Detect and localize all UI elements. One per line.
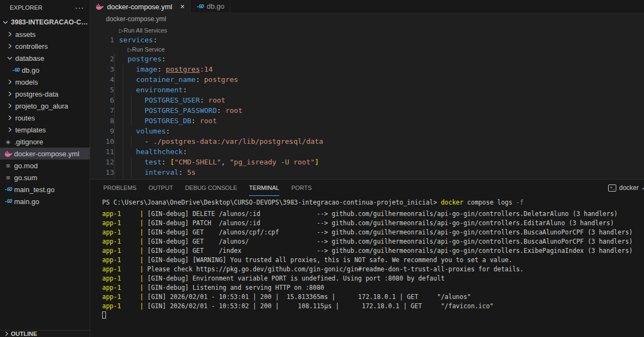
line-number: 10 [90, 136, 114, 147]
tree-item-label: postgres-data [15, 90, 59, 98]
line-number: 9 [90, 126, 114, 136]
code-line-13[interactable]: 13 interval: 5s [90, 167, 644, 177]
file-icon-slot: -GO [11, 67, 21, 73]
terminal-output[interactable]: PS C:\Users\Joana\OneDrive\Desktop\CURSO… [90, 196, 644, 337]
panel-tab-output[interactable]: OUTPUT [148, 180, 173, 196]
bottom-panel: PROBLEMSOUTPUTDEBUG CONSOLETERMINALPORTS… [90, 179, 644, 337]
chevron-down-icon [1, 18, 10, 26]
indent-guide [123, 147, 123, 157]
chevron-right-icon [5, 102, 14, 110]
line-number: 5 [90, 85, 114, 95]
code-line-11[interactable]: 11 healthcheck: [90, 147, 644, 157]
new-terminal-icon[interactable]: + [642, 183, 644, 193]
tree-item-main_test.go[interactable]: -GOmain_test.go [0, 183, 90, 195]
codelens-text[interactable]: ▷Run Service [114, 45, 165, 54]
panel-tab-problems[interactable]: PROBLEMS [103, 180, 136, 196]
terminal-instance-docker[interactable]: >_ docker [608, 184, 639, 192]
tree-item-docker-compose.yml[interactable]: docker-compose.yml [0, 148, 90, 160]
tree-item-label: db.go [22, 66, 40, 74]
go-icon: -GO [196, 4, 203, 9]
editor-tab-bar: docker-compose.yml✕-GOdb.go [90, 0, 644, 13]
tree-item-label: main.go [14, 198, 39, 206]
code-line-6[interactable]: 6 POSTGRES_USER: root [90, 95, 644, 105]
code-line-3[interactable]: 3 image: postgres:14 [90, 64, 644, 74]
indent-guide [123, 136, 123, 147]
tree-item-go.sum[interactable]: ≡go.sum [0, 171, 90, 183]
indent-guide [123, 126, 123, 136]
explorer-header: EXPLORER ··· [0, 0, 90, 15]
code-line-12[interactable]: 12 test: ["CMD-SHELL", "pg_isready -U ro… [90, 157, 644, 167]
tree-item-db.go[interactable]: -GOdb.go [0, 64, 90, 76]
code-line-10[interactable]: 10 - ./postgres-data:/var/lib/postgresql… [90, 136, 644, 147]
tree-item-assets[interactable]: assets [0, 28, 90, 40]
editor-area: docker-compose.yml✕-GOdb.go docker-compo… [90, 0, 644, 337]
code-line-4[interactable]: 4 container_name: postgres [90, 74, 644, 85]
panel-tab-terminal[interactable]: TERMINAL [249, 180, 279, 196]
tree-item-projeto_go_alura[interactable]: projeto_go_alura [0, 100, 90, 112]
code-text: postgres: [114, 54, 166, 64]
indent-guide [123, 85, 123, 95]
tree-item-go.mod[interactable]: ≡go.mod [0, 160, 90, 171]
lines-icon: ≡ [6, 174, 10, 182]
indent-guide [114, 85, 115, 95]
tree-item-database[interactable]: database [0, 52, 90, 64]
line-number: 6 [90, 95, 114, 105]
explorer-more-actions-icon[interactable]: ··· [75, 3, 84, 12]
tree-item-main.go[interactable]: -GOmain.go [0, 195, 90, 207]
line-number [90, 26, 114, 35]
code-text: volumes: [114, 126, 170, 136]
line-number: 13 [90, 167, 114, 177]
terminal-line: app-1 | [GIN-debug] [WARNING] You truste… [102, 256, 644, 265]
code-line-1[interactable]: 1services: [90, 35, 644, 45]
tree-item-controllers[interactable]: controllers [0, 40, 90, 52]
indent-guide [114, 147, 115, 157]
code-text: POSTGRES_USER: root [114, 95, 226, 105]
tree-item-label: models [15, 78, 38, 86]
indent-guide [131, 95, 132, 105]
code-line-9[interactable]: 9 volumes: [90, 126, 644, 136]
docker-icon [96, 3, 104, 11]
outline-section-header[interactable]: OUTLINE [0, 330, 90, 337]
tree-item-.gitignore[interactable]: ◈.gitignore [0, 136, 90, 148]
code-line-2[interactable]: 2 postgres: [90, 54, 644, 64]
code-line-8[interactable]: 8 POSTGRES_DB: root [90, 116, 644, 126]
terminal-line: app-1 | [GIN-debug] GET /alunos/cpf/:cpf… [102, 228, 644, 237]
code-editor[interactable]: ▷Run All Services1services: ▷Run Service… [90, 25, 644, 179]
codelens-action[interactable]: ▷Run All Services [119, 27, 167, 34]
indent-guide [131, 116, 132, 126]
codelens-action[interactable]: ▷Run Service [128, 46, 165, 53]
breadcrumb[interactable]: docker-compose.yml [90, 13, 644, 25]
panel-tab-ports[interactable]: PORTS [291, 180, 312, 196]
tree-item-postgres-data[interactable]: postgres-data [0, 88, 90, 100]
indent-guide [114, 136, 115, 147]
file-icon-slot [3, 150, 13, 158]
indent-guide [114, 126, 115, 136]
chevron-right-icon [5, 42, 14, 50]
panel-tab-debug-console[interactable]: DEBUG CONSOLE [185, 180, 237, 196]
indent-guide [114, 54, 115, 64]
tree-item-label: 3983-INTEGRACAO-CONTI... [11, 18, 90, 26]
terminal-line: app-1 | Please check https://pkg.go.dev/… [102, 265, 644, 274]
panel-header: PROBLEMSOUTPUTDEBUG CONSOLETERMINALPORTS… [90, 180, 644, 196]
close-icon[interactable]: ✕ [180, 3, 185, 10]
tree-item-3983-integracao-conti...[interactable]: 3983-INTEGRACAO-CONTI... [0, 16, 90, 28]
tree-item-label: go.sum [14, 174, 37, 182]
code-line-7[interactable]: 7 POSTGRES_PASSWORD: root [90, 105, 644, 116]
tree-item-models[interactable]: models [0, 76, 90, 88]
line-number: 7 [90, 105, 114, 116]
tree-item-routes[interactable]: routes [0, 112, 90, 124]
indent-guide [114, 95, 115, 105]
tab-docker-compose.yml[interactable]: docker-compose.yml✕ [90, 0, 191, 13]
docker-icon [4, 150, 12, 158]
tree-item-label: main_test.go [14, 186, 54, 194]
tree-item-templates[interactable]: templates [0, 124, 90, 136]
code-text: test: ["CMD-SHELL", "pg_isready -U root"… [114, 157, 319, 167]
code-line-5[interactable]: 5 environment: [90, 85, 644, 95]
codelens-text[interactable]: ▷Run All Services [114, 26, 167, 35]
explorer-title: EXPLORER [10, 4, 42, 11]
line-number: 4 [90, 74, 114, 85]
terminal-line: app-1 | [GIN-debug] PATCH /alunos/:id --… [102, 219, 644, 228]
go-icon: -GO [4, 187, 11, 192]
tab-db.go[interactable]: -GOdb.go [191, 0, 230, 12]
line-number: 11 [90, 147, 114, 157]
